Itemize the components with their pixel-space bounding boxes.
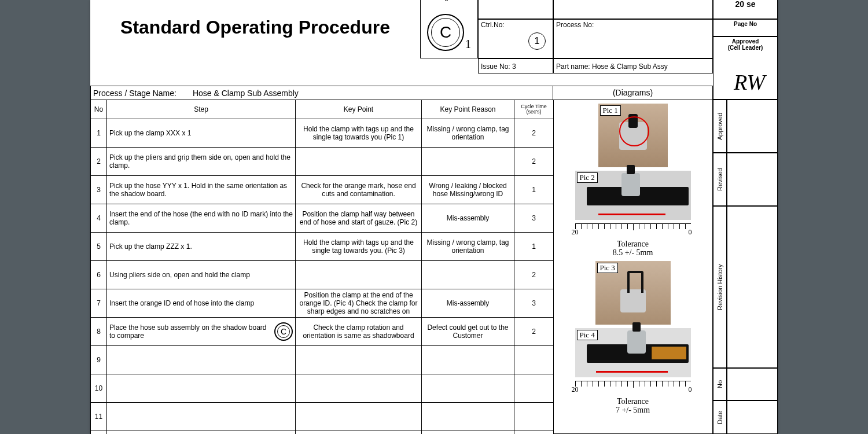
col-reason: Key Point Reason: [422, 100, 514, 119]
cell-no: 9: [91, 346, 107, 374]
cell-cycle: [514, 403, 554, 431]
partname-box: Part name: Hose & Clamp Sub Assy: [553, 58, 713, 73]
process-stage-value: Hose & Clamp Sub Assembly: [193, 89, 299, 98]
cell-keypoint: [296, 261, 422, 289]
side-date: Date: [713, 400, 727, 434]
table-row: 12: [91, 431, 554, 435]
table-row: 3Pick up the hose YYY x 1. Hold in the s…: [91, 176, 554, 204]
cell-step: Using pliers side on, open and hold the …: [107, 261, 296, 289]
table-row: 8Place the hose sub assembly on the shad…: [91, 318, 554, 346]
table-row: 2Pick up the pliers and grip them side o…: [91, 148, 554, 176]
doc-title: Standard Operating Procedure: [90, 17, 420, 38]
pic3-label: Pic 3: [597, 263, 618, 273]
cell-reason: Mis-assembly: [422, 204, 514, 233]
pic2-tolerance: Tolerance 8.5 +/- 5mm: [613, 240, 653, 258]
cell-keypoint: Check for the orange mark, hose end cuts…: [296, 176, 422, 204]
cell-step: [107, 346, 296, 374]
actual-box: Actual Ta 20 se: [713, 0, 778, 19]
partno-box: Part No:: [553, 0, 713, 19]
col-no: No: [91, 100, 107, 119]
cell-cycle: 1: [514, 233, 554, 261]
cell-step: Pick up the hose YYY x 1. Hold in the sa…: [107, 176, 296, 204]
side-approved: Approved: [713, 100, 727, 153]
cell-keypoint: Position the clamp at the end of the ora…: [296, 289, 422, 318]
cell-keypoint: Check the clamp rotation and orientation…: [296, 318, 422, 346]
cell-reason: [422, 261, 514, 289]
cell-reason: Missing / wrong clamp, tag orientation: [422, 119, 514, 148]
highlight-circle-icon: [619, 116, 649, 146]
date-box: Date:: [478, 0, 553, 19]
cell-reason: [422, 148, 514, 176]
cell-reason: Defect could get out to the Customer: [422, 318, 514, 346]
signature: RW: [721, 69, 778, 95]
cell-cycle: [514, 431, 554, 435]
cell-keypoint: [296, 403, 422, 431]
cell-step: Insert the orange ID end of hose into th…: [107, 289, 296, 318]
cell-cycle: 2: [514, 119, 554, 148]
cell-no: 4: [91, 204, 107, 233]
red-measure-icon: [596, 371, 668, 373]
diagrams-panel: Pic 1 Pic 2 20 0 Tolerance 8.5 +/- 5mm P…: [553, 100, 713, 434]
ctrl-label: Ctrl.No:: [479, 20, 553, 30]
diagram-pic4: Pic 4: [575, 328, 691, 377]
cell-reason: Missing / wrong clamp, tag orientation: [422, 233, 514, 261]
table-row: 1Pick up the clamp XXX x 1Hold the clamp…: [91, 119, 554, 148]
revision-strip: Approved Revised Revision History No Dat…: [713, 100, 778, 434]
table-row: 11: [91, 403, 554, 431]
diagram-pic2: Pic 2: [575, 171, 691, 220]
designation-box: Designation C 1: [420, 0, 478, 58]
ruler-pic2: 20 0: [575, 223, 691, 236]
cell-no: 3: [91, 176, 107, 204]
cell-cycle: 2: [514, 148, 554, 176]
cell-no: 7: [91, 289, 107, 318]
pic2-label: Pic 2: [577, 172, 598, 183]
cell-no: 10: [91, 374, 107, 403]
col-cycle: Cycle Time (sec's): [514, 100, 554, 119]
side-no: No: [713, 368, 727, 400]
diagrams-header: (Diagrams): [553, 86, 713, 100]
sop-sheet: Standard Operating Procedure Designation…: [90, 0, 778, 434]
cell-cycle: [514, 374, 554, 403]
cell-reason: [422, 403, 514, 431]
cell-cycle: 3: [514, 204, 554, 233]
cell-keypoint: [296, 346, 422, 374]
qc-c-icon: C: [274, 322, 293, 341]
ctrl-box: Ctrl.No: 1: [478, 19, 553, 58]
cell-keypoint: Position the clamp half way between end …: [296, 204, 422, 233]
cell-no: 1: [91, 119, 107, 148]
ruler-pic4: 20 0: [575, 381, 691, 393]
red-measure-icon: [598, 214, 665, 215]
cell-reason: [422, 374, 514, 403]
cell-keypoint: [296, 148, 422, 176]
cell-keypoint: [296, 431, 422, 435]
cell-no: 8: [91, 318, 107, 346]
col-keypoint: Key Point: [296, 100, 422, 119]
cell-keypoint: Hold the clamp with tags up and the sing…: [296, 233, 422, 261]
cell-step: [107, 374, 296, 403]
cell-step: Pick up the pliers and grip them side on…: [107, 148, 296, 176]
cell-cycle: [514, 346, 554, 374]
cell-no: 11: [91, 403, 107, 431]
cell-step: Place the hose sub assembly on the shado…: [107, 318, 296, 346]
cell-reason: Mis-assembly: [422, 289, 514, 318]
cell-keypoint: [296, 374, 422, 403]
designation-label: Designation: [421, 0, 477, 2]
ctrl-badge-icon: 1: [528, 32, 546, 50]
pageno-box: Page No: [713, 19, 778, 36]
cell-cycle: 3: [514, 289, 554, 318]
processno-box: Process No:: [553, 19, 713, 58]
cell-step: [107, 431, 296, 435]
cell-reason: Wrong / leaking / blocked hose Missing/w…: [422, 176, 514, 204]
side-revision-history: Revision History: [713, 206, 727, 368]
cell-keypoint: Hold the clamp with tags up and the sing…: [296, 119, 422, 148]
table-row: 10: [91, 374, 554, 403]
pic4-tolerance: Tolerance 7 +/- 5mm: [616, 397, 650, 415]
cell-step: Insert the end of the hose (the end with…: [107, 204, 296, 233]
issue-box: Issue No: 3: [478, 58, 553, 73]
steps-table: No Step Key Point Key Point Reason Cycle…: [90, 100, 554, 434]
cell-no: 5: [91, 233, 107, 261]
diagram-pic1: Pic 1: [598, 104, 668, 167]
cell-cycle: 2: [514, 318, 554, 346]
cell-no: 6: [91, 261, 107, 289]
process-stage-row: Process / Stage Name: Hose & Clamp Sub A…: [90, 86, 553, 100]
